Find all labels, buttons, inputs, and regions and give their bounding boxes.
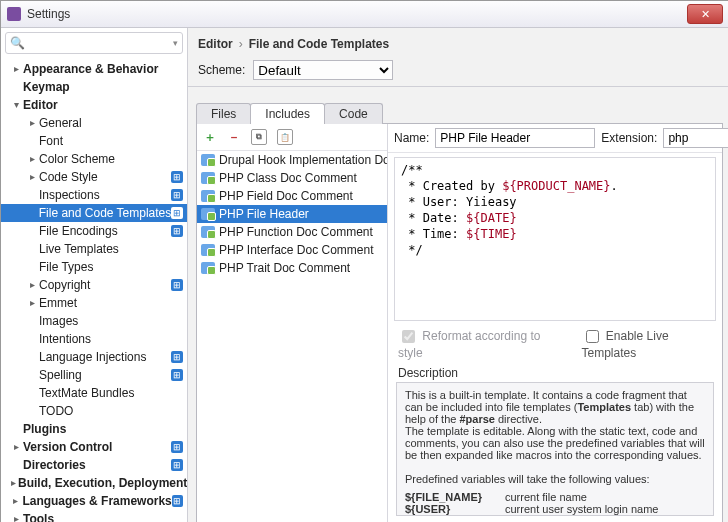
sidebar-item[interactable]: ▸Emmet	[1, 294, 187, 312]
includes-list: Drupal Hook Implementation DocPHP Class …	[197, 151, 387, 522]
search-input[interactable]: 🔍 ▾	[5, 32, 183, 54]
includes-item[interactable]: PHP Field Doc Comment	[197, 187, 387, 205]
sidebar-item[interactable]: ▸Tools	[1, 510, 187, 522]
includes-item[interactable]: PHP Class Doc Comment	[197, 169, 387, 187]
template-editor[interactable]: /** * Created by ${PRODUCT_NAME}. * User…	[394, 157, 716, 321]
sidebar-item-label: Editor	[21, 96, 58, 114]
includes-item[interactable]: PHP File Header	[197, 205, 387, 223]
chevron-right-icon: ▸	[11, 456, 21, 474]
sidebar-item[interactable]: ▾Editor	[1, 96, 187, 114]
extension-input[interactable]	[663, 128, 728, 148]
includes-item-label: Drupal Hook Implementation Doc	[219, 153, 387, 167]
chevron-right-icon: ▸	[27, 312, 37, 330]
scheme-select[interactable]: Default	[253, 60, 393, 80]
chevron-right-icon: ▸	[27, 258, 37, 276]
sidebar-item[interactable]: ▸Directories⊞	[1, 456, 187, 474]
includes-item[interactable]: PHP Trait Doc Comment	[197, 259, 387, 277]
sidebar-item[interactable]: ▸General	[1, 114, 187, 132]
chevron-right-icon: ▸	[27, 222, 37, 240]
sidebar-item[interactable]: ▸Intentions	[1, 330, 187, 348]
sidebar-item[interactable]: ▸Copyright⊞	[1, 276, 187, 294]
chevron-right-icon: ▸	[27, 132, 37, 150]
tab-bar: Files Includes Code	[188, 97, 723, 123]
chevron-right-icon: ▸	[27, 348, 37, 366]
includes-item[interactable]: PHP Function Doc Comment	[197, 223, 387, 241]
variable-name: ${FILE_NAME}	[405, 491, 505, 503]
sidebar-item[interactable]: ▸Inspections⊞	[1, 186, 187, 204]
reformat-checkbox: Reformat according to style	[398, 327, 552, 360]
sidebar-item[interactable]: ▸File Types	[1, 258, 187, 276]
sidebar-item[interactable]: ▸Appearance & Behavior	[1, 60, 187, 78]
tab-files[interactable]: Files	[196, 103, 251, 124]
name-input[interactable]	[435, 128, 595, 148]
project-badge-icon: ⊞	[171, 207, 183, 219]
includes-item-label: PHP File Header	[219, 207, 309, 221]
variable-row: ${FILE_NAME}current file name	[405, 491, 705, 503]
chevron-right-icon: ▸	[11, 78, 21, 96]
sidebar-item-label: Code Style	[37, 168, 98, 186]
sidebar-item-label: Color Scheme	[37, 150, 115, 168]
chevron-right-icon: ▸	[27, 204, 37, 222]
sidebar-item[interactable]: ▸Language Injections⊞	[1, 348, 187, 366]
file-template-icon	[201, 190, 215, 202]
project-badge-icon: ⊞	[171, 369, 183, 381]
includes-item-label: PHP Trait Doc Comment	[219, 261, 350, 275]
sidebar-item-label: Version Control	[21, 438, 112, 456]
project-badge-icon: ⊞	[171, 171, 183, 183]
sidebar-item[interactable]: ▸Images	[1, 312, 187, 330]
file-template-icon	[201, 208, 215, 220]
sidebar-item-label: Spelling	[37, 366, 82, 384]
sidebar-item[interactable]: ▸Code Style⊞	[1, 168, 187, 186]
sidebar-item[interactable]: ▸Version Control⊞	[1, 438, 187, 456]
includes-item-label: PHP Field Doc Comment	[219, 189, 353, 203]
add-button[interactable]: ＋	[203, 130, 217, 144]
project-badge-icon: ⊞	[171, 279, 183, 291]
file-template-icon	[201, 262, 215, 274]
file-template-icon	[201, 154, 215, 166]
sidebar-item[interactable]: ▸Build, Execution, Deployment	[1, 474, 187, 492]
project-badge-icon: ⊞	[171, 459, 183, 471]
sidebar-item-label: Languages & Frameworks	[20, 492, 171, 510]
includes-item[interactable]: PHP Interface Doc Comment	[197, 241, 387, 259]
sidebar-item[interactable]: ▸Spelling⊞	[1, 366, 187, 384]
includes-list-panel: ＋ － ⧉ 📋 Drupal Hook Implementation DocPH…	[197, 124, 388, 522]
description-title: Description	[388, 362, 722, 380]
remove-button[interactable]: －	[227, 130, 241, 144]
sidebar-item-label: General	[37, 114, 82, 132]
sidebar-item[interactable]: ▸Languages & Frameworks⊞	[1, 492, 187, 510]
chevron-right-icon: ▸	[27, 402, 37, 420]
includes-item[interactable]: Drupal Hook Implementation Doc	[197, 151, 387, 169]
live-templates-checkbox[interactable]: Enable Live Templates	[582, 327, 713, 360]
sidebar-item[interactable]: ▸Keymap	[1, 78, 187, 96]
file-template-icon	[201, 244, 215, 256]
sidebar-item[interactable]: ▸TextMate Bundles	[1, 384, 187, 402]
sidebar-item-label: Intentions	[37, 330, 91, 348]
sidebar-item[interactable]: ▸Plugins	[1, 420, 187, 438]
sidebar-item[interactable]: ▸Font	[1, 132, 187, 150]
chevron-right-icon: ▸	[27, 114, 37, 132]
chevron-right-icon: ▸	[11, 438, 21, 456]
sidebar-item[interactable]: ▸Live Templates	[1, 240, 187, 258]
chevron-right-icon: ▸	[27, 330, 37, 348]
breadcrumb-a[interactable]: Editor	[198, 37, 233, 51]
tab-includes[interactable]: Includes	[250, 103, 325, 124]
paste-button[interactable]: 📋	[277, 129, 293, 145]
sidebar-item[interactable]: ▸File and Code Templates⊞	[1, 204, 187, 222]
sidebar-item-label: File Types	[37, 258, 93, 276]
sidebar-item-label: File and Code Templates	[37, 204, 172, 222]
sidebar-item[interactable]: ▸Color Scheme	[1, 150, 187, 168]
sidebar-item[interactable]: ▸TODO	[1, 402, 187, 420]
chevron-right-icon: ▸	[27, 168, 37, 186]
chevron-right-icon: ▸	[11, 420, 21, 438]
tab-code[interactable]: Code	[324, 103, 383, 124]
project-badge-icon: ⊞	[171, 225, 183, 237]
chevron-right-icon: ▸	[27, 294, 37, 312]
close-button[interactable]: ✕	[687, 4, 723, 24]
copy-button[interactable]: ⧉	[251, 129, 267, 145]
scheme-label: Scheme:	[198, 63, 245, 77]
sidebar-item[interactable]: ▸File Encodings⊞	[1, 222, 187, 240]
sidebar-item-label: Images	[37, 312, 78, 330]
sidebar-item-label: Emmet	[37, 294, 77, 312]
variable-desc: current file name	[505, 491, 705, 503]
includes-item-label: PHP Class Doc Comment	[219, 171, 357, 185]
